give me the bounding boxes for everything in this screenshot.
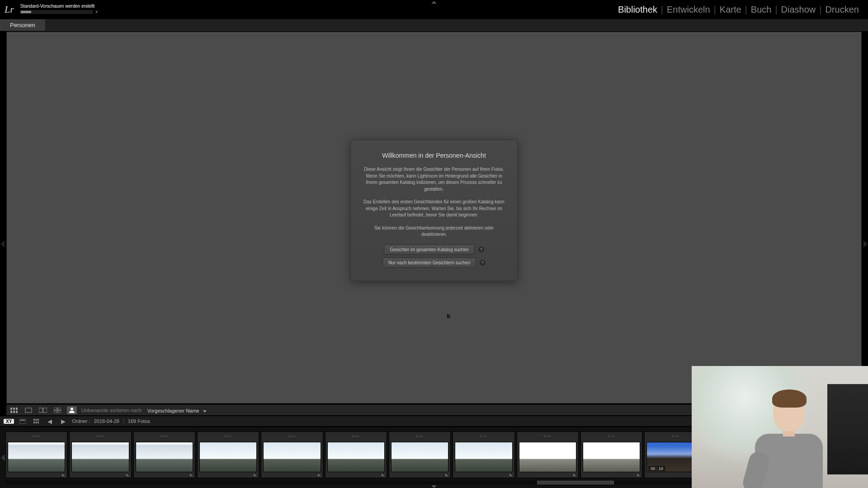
dialog-paragraph-2: Das Erstellen des ersten Gesichtsindex f… [362,199,506,219]
thumb-corner-icon: ◣ [62,472,65,477]
reveal-top-panel-button[interactable] [431,1,437,4]
thumb-drag-handle-icon: ••• [160,434,168,439]
thumb-corner-icon: ◣ [573,472,576,477]
filmstrip-thumb[interactable]: •••◣ [261,432,323,478]
people-view-icon[interactable] [67,406,77,414]
reveal-right-panel-button[interactable] [863,240,868,248]
module-diashow[interactable]: Diashow [781,5,816,15]
source-folder-name[interactable]: 2018-04-28 [94,418,119,424]
thumb-corner-icon: ◣ [445,472,448,477]
module-drucken[interactable]: Drucken [826,5,859,15]
grid-small-icon[interactable] [31,417,41,425]
thumb-corner-icon: ◣ [254,472,257,477]
filmstrip-thumb[interactable]: •••◣ [389,432,451,478]
svg-rect-20 [36,422,37,423]
svg-rect-18 [38,419,39,421]
nav-back-icon[interactable]: ◀ [45,417,55,425]
app-logo: Lr [0,4,20,15]
filmstrip-thumb[interactable]: •••◣ [197,432,259,478]
module-entwickeln[interactable]: Entwickeln [667,5,710,15]
info-icon[interactable]: ? [480,259,486,265]
text-cursor: b [447,313,450,319]
filmstrip-thumb[interactable]: •••◣ [517,432,579,478]
dialog-paragraph-1: Diese Ansicht zeigt Ihnen die Gesichter … [362,166,506,192]
find-faces-as-needed-button[interactable]: Nur nach bestimmten Gesichtern suchen [382,257,476,267]
svg-rect-19 [33,422,35,423]
nav-forward-icon[interactable]: ▶ [58,417,68,425]
svg-rect-2 [16,408,18,410]
sort-dropdown[interactable]: Vorgeschlagener Name [147,406,207,414]
thumb-corner-icon: ◣ [126,472,129,477]
module-karte[interactable]: Karte [720,5,741,15]
module-bibliothek[interactable]: Bibliothek [618,5,657,15]
thumb-image [199,442,257,472]
sort-label: Unbenannte sortieren nach: [81,408,143,413]
filmstrip-thumb[interactable]: •••◣ [453,432,514,478]
compare-view-icon[interactable] [38,406,48,414]
svg-rect-0 [10,408,12,410]
filmstrip-scroll-left-button[interactable] [1,454,5,461]
svg-rect-1 [13,408,15,410]
progress-label: Standard-Vorschauen werden erstellt [20,4,98,9]
find-faces-full-catalog-button[interactable]: Gesichter im gesamten Katalog suchen [384,244,475,254]
thumb-image [136,442,193,472]
svg-rect-11 [54,411,57,413]
thumb-image [263,442,321,472]
progress-close-button[interactable]: × [95,9,98,14]
filmstrip-thumb[interactable]: •••◣ [5,432,67,478]
scrollbar-handle[interactable] [537,481,614,484]
title-bar: Lr Standard-Vorschauen werden erstellt ×… [0,0,868,19]
progress-bar [20,10,93,14]
sort-value: Vorgeschlagener Name [147,408,199,413]
video-duration-badge: 00 : 19 [648,466,665,471]
tab-personen[interactable]: Personen [0,19,46,31]
svg-rect-8 [43,408,47,413]
svg-rect-16 [33,419,35,421]
survey-view-icon[interactable] [52,406,62,414]
display-badge[interactable]: XY [4,419,14,424]
filmstrip-thumb[interactable]: •••◣ [580,432,642,478]
thumb-image [71,442,129,472]
thumb-corner-icon: ◣ [318,472,321,477]
svg-rect-5 [16,411,18,413]
filmstrip-thumb[interactable]: •••◣ [133,432,195,478]
svg-rect-7 [39,408,42,413]
svg-rect-6 [25,408,32,413]
reveal-left-panel-button[interactable] [0,240,5,248]
module-buch[interactable]: Buch [751,5,772,15]
thumb-drag-handle-icon: ••• [416,434,424,439]
photo-count: 169 Fotos [128,418,150,424]
progress-task: Standard-Vorschauen werden erstellt × [20,4,98,14]
dialog-title: Willkommen in der Personen-Ansicht [362,152,506,159]
reveal-bottom-panel-button[interactable] [431,485,437,488]
thumb-image [8,442,65,472]
filmstrip-thumb[interactable]: •••◣ [69,432,131,478]
thumb-image [455,442,512,472]
svg-point-13 [71,408,73,410]
second-window-icon[interactable] [18,417,28,425]
svg-rect-4 [13,411,15,413]
thumb-image [391,442,448,472]
filmstrip-thumb[interactable]: •••◣ [325,432,387,478]
progress-fill [21,11,32,13]
webcam-overlay [692,366,868,488]
svg-rect-3 [10,411,12,413]
svg-rect-17 [36,419,37,421]
view-tab-bar: Personen [0,19,868,31]
thumb-drag-handle-icon: ••• [608,434,615,439]
info-icon[interactable]: ? [478,246,484,252]
svg-rect-14 [19,419,26,424]
chevron-down-icon [203,410,207,413]
loupe-view-icon[interactable] [24,406,33,414]
thumb-drag-handle-icon: ••• [33,434,40,439]
svg-rect-15 [20,420,25,421]
thumb-drag-handle-icon: ••• [480,434,488,439]
thumb-drag-handle-icon: ••• [224,434,232,439]
people-welcome-dialog: Willkommen in der Personen-Ansicht Diese… [350,140,518,281]
thumb-drag-handle-icon: ••• [544,434,552,439]
thumb-drag-handle-icon: ••• [288,434,296,439]
thumb-corner-icon: ◣ [190,472,193,477]
thumb-corner-icon: ◣ [382,472,385,477]
grid-view-icon[interactable] [9,406,19,414]
module-picker: Bibliothek| Entwickeln| Karte| Buch| Dia… [618,0,859,19]
